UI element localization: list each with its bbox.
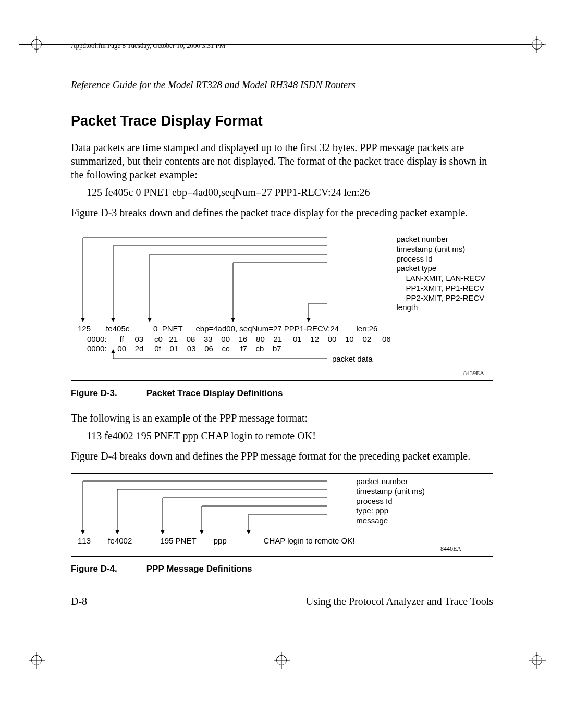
figure-d4-caption: Figure D-4. PPP Message Definitions <box>71 564 493 574</box>
figure-d3-line3: 0000: 00 2d 0f 01 03 06 cc f7 cb b7 <box>87 344 282 353</box>
figure-d3-caption: Figure D-3. Packet Trace Display Definit… <box>71 388 493 399</box>
figure-d3: packet number timestamp (unit ms) proces… <box>71 230 493 381</box>
label-packet-number: packet number <box>396 235 485 244</box>
figure-d3-caption-text: Packet Trace Display Definitions <box>146 388 283 398</box>
registration-mark-icon <box>31 39 42 50</box>
label-timestamp: timestamp (unit ms) <box>396 244 485 254</box>
label-packet-type-sub: LAN-XMIT, LAN-RECV <box>396 274 485 283</box>
label-packet-type: packet type <box>396 264 485 274</box>
label-process-id: process Id <box>396 254 485 264</box>
figure-d3-line2: 0000: ff 03 c0 21 08 33 00 16 80 21 01 1… <box>87 335 391 343</box>
page-footer: D-8 Using the Protocol Analyzer and Trac… <box>71 590 493 608</box>
body-paragraph: The following is an example of the PPP m… <box>71 411 493 425</box>
example-line: 113 fe4002 195 PNET ppp CHAP login to re… <box>87 430 493 442</box>
registration-mark-icon <box>31 655 42 665</box>
crop-tick <box>19 44 19 48</box>
registration-mark-icon <box>276 655 287 665</box>
crop-tick <box>19 660 19 664</box>
label-packet-number: packet number <box>356 477 425 487</box>
figure-d3-labels: packet number timestamp (unit ms) proces… <box>396 235 485 313</box>
figure-d4: packet number timestamp (unit ms) proces… <box>71 473 493 557</box>
crop-tick <box>544 44 544 48</box>
figure-d3-line1: 125 fe405c 0 PNET ebp=4ad00, seqNum=27 P… <box>78 324 377 333</box>
page-number: D-8 <box>71 596 87 608</box>
figure-d4-id: 8440EA <box>440 545 461 553</box>
figure-d3-caption-number: Figure D-3. <box>71 388 144 399</box>
label-packet-data: packet data <box>332 354 373 363</box>
section-title: Packet Trace Display Format <box>71 113 493 129</box>
body-paragraph: Figure D-3 breaks down and defines the p… <box>71 206 493 219</box>
figure-d4-labels: packet number timestamp (unit ms) proces… <box>356 477 425 526</box>
registration-mark-icon <box>532 39 542 50</box>
body-paragraph: Figure D-4 breaks down and defines the P… <box>71 449 493 463</box>
label-length: length <box>396 303 485 313</box>
body-paragraph: Data packets are time stamped and displa… <box>71 141 493 181</box>
label-process-id: process Id <box>356 497 425 507</box>
page-content: Appdtool.fm Page 8 Tuesday, October 10, … <box>71 42 493 608</box>
footer-chapter: Using the Protocol Analyzer and Trace To… <box>306 596 493 608</box>
example-line: 125 fe405c 0 PNET ebp=4ad00,seqNum=27 PP… <box>87 187 493 199</box>
crop-tick <box>544 660 544 664</box>
figure-d4-caption-number: Figure D-4. <box>71 564 144 574</box>
registration-mark-icon <box>532 655 542 665</box>
running-head: Reference Guide for the Model RT328 and … <box>71 79 493 94</box>
document-meta-line: Appdtool.fm Page 8 Tuesday, October 10, … <box>71 42 493 50</box>
label-packet-type-sub: PP1-XMIT, PP1-RECV <box>396 283 485 293</box>
figure-d3-id: 8439EA <box>463 369 484 377</box>
label-packet-type-sub: PP2-XMIT, PP2-RECV <box>396 293 485 303</box>
label-message: message <box>356 516 425 526</box>
figure-d4-caption-text: PPP Message Definitions <box>146 564 252 574</box>
figure-d4-line1: 113 fe4002 195 PNET ppp CHAP login to re… <box>78 536 354 545</box>
label-timestamp: timestamp (unit ms) <box>356 487 425 497</box>
label-type-ppp: type: ppp <box>356 506 425 516</box>
